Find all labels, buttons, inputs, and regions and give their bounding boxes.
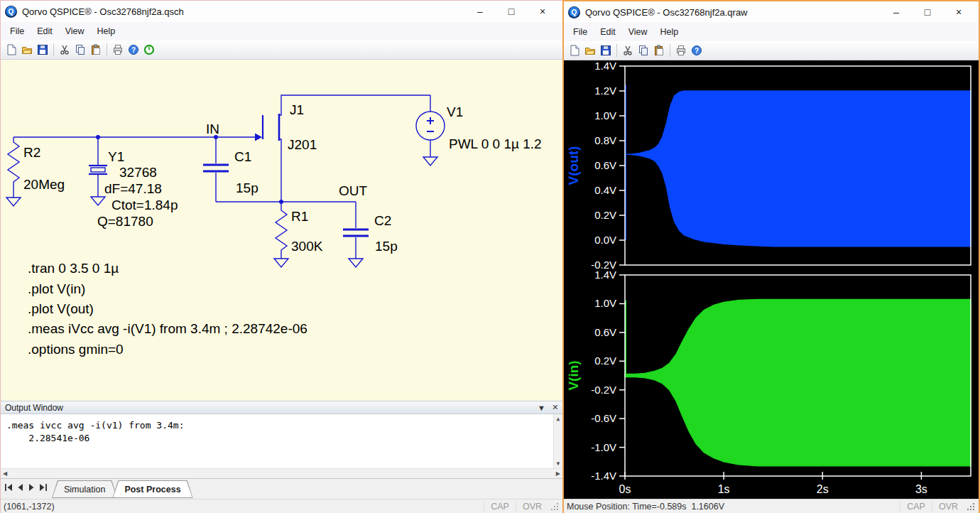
caps-lock-indicator: CAP xyxy=(900,502,932,512)
output-close-icon[interactable]: × xyxy=(552,404,558,412)
open-file-icon[interactable] xyxy=(582,43,598,58)
y-tick-label: 1.0V xyxy=(594,297,616,309)
first-tab-icon[interactable] xyxy=(4,483,13,492)
close-button[interactable]: × xyxy=(527,1,558,21)
minimize-button[interactable]: – xyxy=(464,1,496,21)
paste-icon[interactable] xyxy=(88,42,104,58)
scroll-down-icon[interactable]: ▼ xyxy=(557,460,560,467)
v1-ref[interactable]: V1 xyxy=(447,104,463,119)
y-tick-label: 0.2V xyxy=(594,209,616,221)
plot-area[interactable]: 1.4V1.2V1.0V0.8V0.6V0.4V0.2V0.0V-0.2VV(o… xyxy=(564,60,979,499)
directive-plot-in[interactable]: .plot V(in) xyxy=(28,281,85,296)
resize-grip[interactable] xyxy=(966,502,976,512)
menu-file[interactable]: File xyxy=(567,24,594,40)
horizontal-scrollbar[interactable]: ◀ ▶ xyxy=(1,468,562,478)
output-window-body[interactable]: .meas ivcc avg -i(v1) from 3.4m: 2.28541… xyxy=(1,414,562,468)
cursor-coordinates: (1061,-1372) xyxy=(4,502,55,512)
toolbar: ? xyxy=(1,40,562,60)
spice-directives: .tran 0 3.5 0 1µ .plot V(in) .plot V(out… xyxy=(28,261,307,357)
menu-help[interactable]: Help xyxy=(654,24,685,40)
maximize-button[interactable]: □ xyxy=(496,1,527,21)
print-icon[interactable] xyxy=(673,43,689,58)
copy-icon[interactable] xyxy=(636,43,651,58)
c2-value[interactable]: 15p xyxy=(375,239,398,254)
r1-value[interactable]: 300K xyxy=(291,239,323,254)
y-tick-label: -0.6V xyxy=(591,412,616,424)
next-tab-icon[interactable] xyxy=(27,483,36,492)
r2-value[interactable]: 20Meg xyxy=(23,177,65,192)
c1-ref[interactable]: C1 xyxy=(234,149,251,164)
j1-model[interactable]: J201 xyxy=(288,137,317,152)
titlebar[interactable]: Q Qorvo QSPICE® - Osc32768njf2a.qraw – □… xyxy=(564,1,979,23)
paste-icon[interactable] xyxy=(651,43,667,58)
j1-ref[interactable]: J1 xyxy=(290,102,304,117)
menubar: File Edit View Help xyxy=(1,22,562,40)
vertical-scrollbar[interactable]: ▲ ▼ xyxy=(553,414,562,468)
ground-r2 xyxy=(6,198,21,206)
directive-plot-out[interactable]: .plot V(out) xyxy=(28,301,94,316)
desktop: Q Qorvo QSPICE® - Osc32768njf2a.qsch – □… xyxy=(0,0,980,513)
directive-meas[interactable]: .meas iVcc avg -i(V1) from 3.4m ; 2.2874… xyxy=(28,321,307,336)
last-tab-icon[interactable] xyxy=(38,483,48,492)
c2-ref[interactable]: C2 xyxy=(374,213,391,228)
waveform-plots[interactable]: 1.4V1.2V1.0V0.8V0.6V0.4V0.2V0.0V-0.2VV(o… xyxy=(564,60,979,499)
menu-edit[interactable]: Edit xyxy=(594,24,622,40)
output-collapse-icon[interactable]: ▼ xyxy=(538,404,545,412)
menu-edit[interactable]: Edit xyxy=(31,23,59,39)
scroll-left-icon[interactable]: ◀ xyxy=(3,470,7,477)
new-file-icon[interactable] xyxy=(4,42,19,58)
y-tick-label: -0.2V xyxy=(591,384,616,396)
y-tick-label: 0.4V xyxy=(594,184,616,196)
y1-ctot[interactable]: Ctot=1.84p xyxy=(111,198,178,212)
minimize-button[interactable]: – xyxy=(881,2,912,22)
close-button[interactable]: × xyxy=(943,2,974,22)
save-icon[interactable] xyxy=(35,42,50,58)
toolbar-separator xyxy=(616,44,617,57)
plot-panel-V(in)[interactable]: 1.4V1.0V0.6V0.2V-0.2V-0.6V-1.0V-1.4V0s1s… xyxy=(566,269,971,495)
y1-ref[interactable]: Y1 xyxy=(108,149,124,164)
print-icon[interactable] xyxy=(110,42,126,58)
open-file-icon[interactable] xyxy=(19,42,35,58)
output-line: .meas ivcc avg -i(v1) from 3.4m: xyxy=(6,419,548,432)
signal-name-V(out): V(out) xyxy=(566,146,581,185)
maximize-button[interactable]: □ xyxy=(912,2,943,22)
tab-post-process[interactable]: Post Process xyxy=(112,480,192,498)
status-bar: (1061,-1372) CAP OVR xyxy=(1,499,562,513)
titlebar[interactable]: Q Qorvo QSPICE® - Osc32768njf2a.qsch – □… xyxy=(1,1,562,22)
scroll-right-icon[interactable]: ▶ xyxy=(556,470,560,477)
directive-options[interactable]: .options gmin=0 xyxy=(28,342,124,357)
schematic-canvas[interactable]: R2 20Meg Y1 32768 dF=47.18 Ctot=1.84p Q=… xyxy=(1,60,562,401)
cut-icon[interactable] xyxy=(57,42,72,58)
scroll-up-icon[interactable]: ▲ xyxy=(557,416,560,422)
y1-value[interactable]: 32768 xyxy=(119,165,157,180)
status-bar: Mouse Position: Time=-0.589s 1.1606V CAP… xyxy=(564,499,979,513)
cut-icon[interactable] xyxy=(620,43,636,58)
menu-view[interactable]: View xyxy=(59,23,91,39)
y1-df[interactable]: dF=47.18 xyxy=(104,181,162,196)
r2-ref[interactable]: R2 xyxy=(23,145,40,160)
schematic-drawing: R2 20Meg Y1 32768 dF=47.18 Ctot=1.84p Q=… xyxy=(1,60,562,401)
y1-q[interactable]: Q=81780 xyxy=(97,214,153,229)
v1-value[interactable]: PWL 0 0 1µ 1.2 xyxy=(449,136,542,151)
tab-simulation[interactable]: Simulation xyxy=(52,480,117,498)
run-icon[interactable] xyxy=(141,42,157,58)
svg-text:?: ? xyxy=(695,47,699,55)
r1-ref[interactable]: R1 xyxy=(291,209,308,224)
menu-file[interactable]: File xyxy=(4,23,31,39)
new-file-icon[interactable] xyxy=(567,43,582,58)
c1-value[interactable]: 15p xyxy=(236,180,258,195)
plot-panel-V(out)[interactable]: 1.4V1.2V1.0V0.8V0.6V0.4V0.2V0.0V-0.2VV(o… xyxy=(566,60,971,271)
net-label-in[interactable]: IN xyxy=(206,122,219,136)
copy-icon[interactable] xyxy=(72,42,88,58)
menu-help[interactable]: Help xyxy=(91,23,122,39)
save-icon[interactable] xyxy=(598,43,614,58)
x-tick-label: 0s xyxy=(619,483,631,495)
help-icon[interactable]: ? xyxy=(689,43,704,58)
overwrite-indicator: OVR xyxy=(932,502,964,512)
previous-tab-icon[interactable] xyxy=(16,483,25,492)
directive-tran[interactable]: .tran 0 3.5 0 1µ xyxy=(28,261,119,276)
net-label-out[interactable]: OUT xyxy=(339,183,368,198)
menu-view[interactable]: View xyxy=(622,24,654,40)
help-icon[interactable]: ? xyxy=(126,42,141,58)
resize-grip[interactable] xyxy=(550,502,560,512)
